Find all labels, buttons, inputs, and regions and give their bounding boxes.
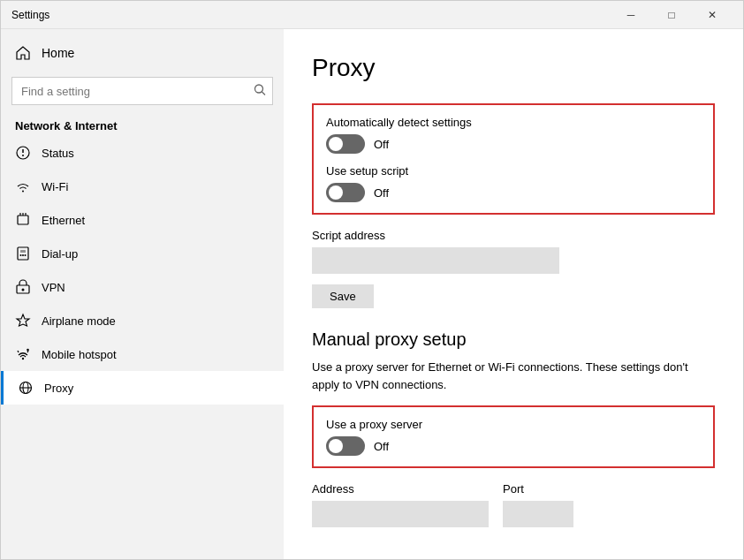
ethernet-icon: [15, 212, 31, 228]
sidebar-item-hotspot[interactable]: Mobile hotspot: [1, 337, 284, 371]
use-proxy-toggle[interactable]: [326, 436, 365, 456]
use-proxy-state: Off: [374, 440, 389, 453]
search-input[interactable]: [11, 77, 273, 105]
use-proxy-row: Off: [326, 436, 701, 456]
setup-script-row: Off: [326, 183, 701, 202]
setup-script-label: Use setup script: [326, 164, 701, 178]
auto-detect-row: Off: [326, 134, 701, 154]
sidebar-item-airplane[interactable]: Airplane mode: [1, 304, 284, 337]
svg-point-15: [22, 289, 25, 291]
sidebar-item-dialup[interactable]: Dial-up: [1, 237, 284, 270]
sidebar-item-ethernet[interactable]: Ethernet: [1, 203, 284, 237]
svg-rect-10: [20, 250, 26, 253]
dialup-icon: [15, 246, 31, 261]
home-icon: [15, 45, 31, 61]
script-address-input[interactable]: [312, 247, 559, 274]
sidebar-item-wifi[interactable]: Wi-Fi: [1, 170, 284, 203]
page-title: Proxy: [312, 54, 715, 82]
sidebar-label-proxy: Proxy: [44, 382, 73, 395]
svg-line-1: [262, 92, 266, 95]
maximize-button[interactable]: □: [651, 1, 692, 29]
sidebar-section-title: Network & Internet: [1, 112, 284, 136]
status-icon: [15, 145, 31, 161]
auto-detect-toggle[interactable]: [326, 134, 365, 154]
sidebar-label-airplane: Airplane mode: [42, 314, 116, 328]
setup-script-state: Off: [374, 186, 389, 200]
svg-rect-9: [18, 247, 28, 260]
sidebar-label-hotspot: Mobile hotspot: [42, 348, 117, 361]
sidebar-label-vpn: VPN: [42, 281, 65, 294]
svg-point-12: [22, 254, 24, 256]
window-controls: ─ □ ✕: [611, 1, 733, 29]
sidebar-label-status: Status: [42, 147, 74, 160]
save-button[interactable]: Save: [312, 284, 374, 308]
vpn-icon: [15, 279, 31, 295]
search-box: [11, 77, 273, 105]
auto-detect-label: Automatically detect settings: [326, 116, 701, 129]
port-col: Port: [503, 482, 573, 527]
svg-point-11: [20, 254, 22, 256]
use-proxy-section: Use a proxy server Off: [312, 405, 715, 468]
port-label: Port: [503, 482, 573, 496]
port-input[interactable]: [503, 501, 573, 527]
proxy-icon: [18, 380, 34, 396]
manual-proxy-heading: Manual proxy setup: [312, 329, 715, 350]
address-label: Address: [312, 482, 489, 496]
content-area: Proxy Automatically detect settings Off …: [284, 29, 743, 559]
main-content: Home Network & Internet: [1, 29, 743, 559]
search-button[interactable]: [250, 82, 270, 101]
close-button[interactable]: ✕: [692, 1, 733, 29]
sidebar-item-status[interactable]: Status: [1, 136, 284, 170]
address-port-row: Address Port: [312, 482, 715, 527]
manual-proxy-description: Use a proxy server for Ethernet or Wi-Fi…: [312, 359, 715, 393]
titlebar: Settings ─ □ ✕: [1, 1, 743, 29]
hotspot-icon: [15, 346, 31, 362]
svg-point-4: [22, 155, 24, 156]
auto-detect-state: Off: [374, 138, 389, 151]
sidebar-label-wifi: Wi-Fi: [42, 180, 68, 193]
sidebar-item-vpn[interactable]: VPN: [1, 270, 284, 304]
address-col: Address: [312, 482, 489, 527]
sidebar-item-home[interactable]: Home: [1, 36, 284, 70]
sidebar-label-ethernet: Ethernet: [42, 214, 85, 227]
home-label: Home: [42, 46, 74, 60]
svg-point-0: [255, 85, 263, 93]
svg-point-16: [22, 358, 24, 359]
sidebar: Home Network & Internet: [1, 29, 284, 559]
use-proxy-label: Use a proxy server: [326, 418, 701, 431]
sidebar-item-proxy[interactable]: Proxy: [1, 371, 284, 405]
script-address-label: Script address: [312, 229, 715, 242]
minimize-button[interactable]: ─: [611, 1, 651, 29]
sidebar-label-dialup: Dial-up: [42, 247, 78, 261]
airplane-icon: [15, 313, 31, 329]
window-title: Settings: [11, 9, 611, 21]
settings-window: Settings ─ □ ✕ Home: [0, 0, 744, 560]
wifi-icon: [15, 178, 31, 194]
svg-point-17: [27, 349, 29, 352]
automatic-proxy-section: Automatically detect settings Off Use se…: [312, 103, 715, 215]
address-input[interactable]: [312, 501, 489, 527]
setup-script-toggle[interactable]: [326, 183, 365, 202]
svg-point-13: [25, 254, 27, 256]
svg-rect-5: [18, 216, 28, 224]
